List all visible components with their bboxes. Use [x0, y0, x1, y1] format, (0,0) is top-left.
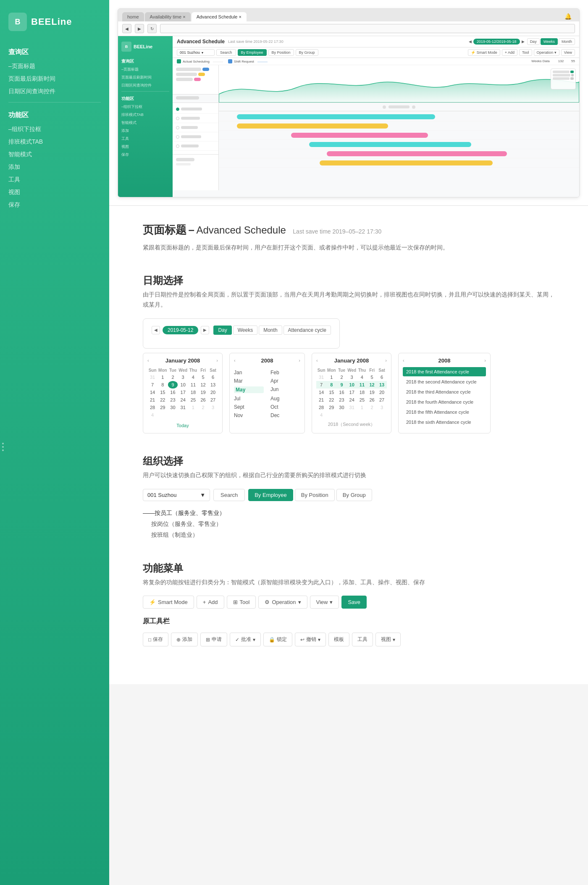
app-view-month[interactable]: Month — [559, 38, 575, 45]
cal-week: ‹ January 2008 › SunMonTue WedThuFriSat — [312, 353, 391, 433]
date-view-month[interactable]: Month — [259, 326, 282, 335]
month-jan[interactable]: Jan — [234, 370, 264, 376]
func-smart-mode-btn[interactable]: ⚡ Smart Mode — [143, 596, 194, 609]
today-link[interactable]: Today — [147, 419, 218, 429]
app-sidebar-view-item: 视图 — [118, 143, 173, 151]
sidebar-item-date-control[interactable]: 日期区间查询控件 — [0, 85, 109, 98]
month-feb[interactable]: Feb — [270, 370, 300, 376]
row-dot-3 — [176, 126, 179, 129]
row-dot-4 — [176, 135, 179, 139]
app-org-select[interactable]: 001 Suzhou ▼ — [177, 49, 215, 56]
org-tab-group[interactable]: By Group — [336, 489, 372, 501]
orig-lock-btn[interactable]: 🔒 锁定 — [263, 633, 292, 646]
schedule-row-2 — [173, 114, 218, 123]
orig-approve-btn[interactable]: ✓ 批准 ▾ — [230, 633, 261, 646]
month-mar[interactable]: Mar — [234, 378, 264, 384]
sidebar-item-org-dropdown[interactable]: –组织下拉框 — [0, 123, 109, 136]
cal-month-next[interactable]: › — [299, 358, 300, 363]
func-tool-btn[interactable]: ⊞ Tool — [227, 596, 256, 609]
sidebar-item-save-time[interactable]: 页面最后刷新时间 — [0, 73, 109, 85]
sidebar-item-page-title[interactable]: –页面标题 — [0, 60, 109, 73]
app-view-day[interactable]: Day — [527, 38, 540, 45]
schedule-right-panel — [219, 65, 579, 190]
date-prev-arrow[interactable]: ◀ — [152, 326, 160, 334]
func-save-btn[interactable]: Save — [341, 596, 367, 609]
month-sept[interactable]: Sept — [234, 404, 264, 410]
cycle-item-4[interactable]: 2018 the fourth Attendance cycle — [403, 397, 486, 407]
orig-save-btn[interactable]: □ 保存 — [143, 633, 168, 646]
sidebar-item-schedule-tab[interactable]: 排班模式TAB — [0, 136, 109, 148]
browser-forward-btn[interactable]: ▶ — [135, 24, 144, 33]
org-search-button[interactable]: Search — [213, 489, 245, 501]
cal-day-next[interactable]: › — [216, 358, 218, 363]
app-view-btn-toolbar[interactable]: View — [561, 49, 575, 56]
orig-undo-btn[interactable]: ↩ 撤销 ▾ — [295, 633, 326, 646]
browser-tab-availability[interactable]: Availability time × — [145, 12, 191, 21]
app-add-btn[interactable]: + Add — [502, 49, 517, 56]
sidebar-item-view[interactable]: 视图 — [0, 186, 109, 199]
cal-month-prev[interactable]: ‹ — [234, 358, 236, 363]
orig-add-btn[interactable]: ⊕ 添加 — [171, 633, 198, 646]
browser-refresh-btn[interactable]: ↻ — [147, 24, 157, 33]
date-view-weeks[interactable]: Weeks — [233, 326, 257, 335]
date-nav-pill[interactable]: 2019-05-12 — [163, 326, 198, 334]
month-jul[interactable]: Jul — [234, 396, 264, 402]
app-operation-btn[interactable]: Operation ▾ — [534, 49, 559, 56]
app-tab-position[interactable]: By Position — [268, 49, 294, 56]
app-sidebar-func: 功能区 — [118, 93, 173, 103]
browser-url-bar[interactable] — [160, 24, 575, 33]
sidebar-item-smart-mode[interactable]: 智能模式 — [0, 148, 109, 161]
app-view-weeks[interactable]: Weeks — [541, 38, 558, 45]
month-oct[interactable]: Oct — [270, 404, 300, 410]
cycle-item-5[interactable]: 2018 the fifth Attendance cycle — [403, 407, 486, 417]
orig-apply-btn[interactable]: ⊞ 申请 — [200, 633, 227, 646]
quarter-grid: Jan Feb Mar Apr May Jun Jul Aug Sept Oct… — [234, 368, 300, 420]
cycle-item-2[interactable]: 2018 the second Attendance cycle — [403, 377, 486, 386]
browser-tab-advanced[interactable]: Advanced Schedule × — [192, 12, 247, 21]
org-select-dropdown[interactable]: 001 Suzhou ▼ — [143, 489, 210, 501]
func-add-btn[interactable]: + Add — [197, 596, 224, 609]
app-prev-date[interactable]: ◀ — [469, 39, 472, 44]
cal-week-prev[interactable]: ‹ — [316, 358, 318, 363]
browser-mockup: home Availability time × Advanced Schedu… — [118, 8, 580, 197]
cal-day-prev[interactable]: ‹ — [147, 358, 149, 363]
cycle-item-6[interactable]: 2018 the sixth Attendance cycle — [403, 418, 486, 427]
week-note: 2018（Second week） — [316, 419, 387, 428]
org-tab-position[interactable]: By Position — [295, 489, 335, 501]
cal-attendance-next[interactable]: › — [484, 358, 486, 363]
date-view-day[interactable]: Day — [213, 326, 231, 335]
cal-week-next[interactable]: › — [385, 358, 387, 363]
orig-view-btn[interactable]: 视图 ▾ — [375, 633, 401, 646]
app-tab-group[interactable]: By Group — [296, 49, 318, 56]
sidebar-item-tool[interactable]: 工具 — [0, 173, 109, 186]
app-smart-mode-btn[interactable]: ⚡ Smart Mode — [468, 49, 500, 56]
cycle-item-1[interactable]: 2018 the first Attendance cycle — [403, 367, 486, 376]
app-date-pill[interactable]: 2019-05-12/2019-05-18 — [473, 39, 520, 45]
cal-attendance-prev[interactable]: ‹ — [403, 358, 404, 363]
sidebar-item-save[interactable]: 保存 — [0, 199, 109, 211]
orig-tool-btn[interactable]: 工具 — [352, 633, 373, 646]
app-next-date[interactable]: ▶ — [522, 39, 525, 44]
cycle-item-3[interactable]: 2018 the third Attendance cycle — [403, 387, 486, 397]
month-apr[interactable]: Apr — [270, 378, 300, 384]
month-may[interactable]: May — [234, 386, 264, 393]
date-next-arrow[interactable]: ▶ — [201, 326, 209, 334]
sidebar-item-add[interactable]: 添加 — [0, 161, 109, 173]
app-search-btn[interactable]: Search — [216, 49, 236, 56]
month-nov[interactable]: Nov — [234, 412, 264, 418]
browser-back-btn[interactable]: ◀ — [122, 24, 131, 33]
org-list-group: 按班组（制造业） — [143, 530, 554, 541]
func-operation-btn[interactable]: ⚙ Operation ▾ — [258, 596, 307, 609]
schedule-row-5 — [173, 142, 218, 151]
orig-template-btn[interactable]: 模板 — [328, 633, 349, 646]
date-view-attendance[interactable]: Attendance cycle — [284, 326, 331, 335]
func-view-btn[interactable]: View ▾ — [310, 596, 339, 609]
app-tab-employee[interactable]: By Employee — [238, 49, 267, 56]
month-dec[interactable]: Dec — [270, 412, 300, 418]
month-jun[interactable]: Jun — [270, 386, 300, 393]
month-aug[interactable]: Aug — [270, 396, 300, 402]
app-tool-btn[interactable]: Tool — [519, 49, 532, 56]
browser-bell-icon[interactable]: 🔔 — [561, 13, 575, 21]
org-tab-employee[interactable]: By Employee — [248, 489, 293, 501]
browser-tab-home[interactable]: home — [122, 12, 144, 21]
